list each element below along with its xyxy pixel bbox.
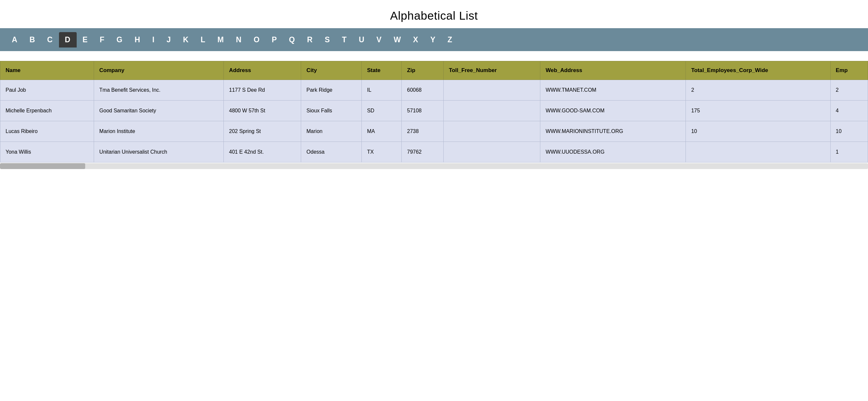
alpha-nav-item-s[interactable]: S bbox=[319, 32, 336, 48]
table-row: Paul JobTma Benefit Services, Inc.1177 S… bbox=[0, 80, 868, 100]
col-header-web_address: Web_Address bbox=[540, 61, 686, 80]
cell-total_employees_corp_wide bbox=[686, 142, 830, 162]
cell-address: 1177 S Dee Rd bbox=[224, 80, 301, 100]
cell-city: Odessa bbox=[301, 142, 362, 162]
alpha-nav-item-p[interactable]: P bbox=[266, 32, 283, 48]
cell-state: IL bbox=[362, 80, 402, 100]
cell-zip: 60068 bbox=[402, 80, 444, 100]
cell-emp: 1 bbox=[830, 142, 868, 162]
cell-city: Sioux Falls bbox=[301, 100, 362, 121]
cell-zip: 79762 bbox=[402, 142, 444, 162]
alpha-nav-item-t[interactable]: T bbox=[336, 32, 353, 48]
col-header-total_employees_corp_wide: Total_Employees_Corp_Wide bbox=[686, 61, 830, 80]
col-header-name: Name bbox=[0, 61, 94, 80]
col-header-zip: Zip bbox=[402, 61, 444, 80]
cell-state: TX bbox=[362, 142, 402, 162]
cell-company: Tma Benefit Services, Inc. bbox=[94, 80, 224, 100]
cell-web_address: WWW.TMANET.COM bbox=[540, 80, 686, 100]
cell-address: 401 E 42nd St. bbox=[224, 142, 301, 162]
cell-city: Park Ridge bbox=[301, 80, 362, 100]
scrollbar-thumb[interactable] bbox=[0, 163, 85, 169]
cell-web_address: WWW.MARIONINSTITUTE.ORG bbox=[540, 121, 686, 142]
alpha-nav-item-l[interactable]: L bbox=[195, 32, 211, 48]
cell-emp: 4 bbox=[830, 100, 868, 121]
alpha-nav-item-d[interactable]: D bbox=[59, 32, 77, 48]
alpha-nav-item-f[interactable]: F bbox=[94, 32, 111, 48]
cell-address: 4800 W 57th St bbox=[224, 100, 301, 121]
cell-name: Michelle Erpenbach bbox=[0, 100, 94, 121]
alpha-nav-item-x[interactable]: X bbox=[407, 32, 425, 48]
alpha-nav-item-j[interactable]: J bbox=[160, 32, 177, 48]
alpha-nav-item-v[interactable]: V bbox=[371, 32, 388, 48]
cell-company: Marion Institute bbox=[94, 121, 224, 142]
col-header-state: State bbox=[362, 61, 402, 80]
page-title: Alphabetical List bbox=[0, 0, 868, 28]
cell-toll_free_number bbox=[444, 100, 540, 121]
table-header: NameCompanyAddressCityStateZipToll_Free_… bbox=[0, 61, 868, 80]
alpha-nav-item-n[interactable]: N bbox=[230, 32, 248, 48]
alpha-nav-item-h[interactable]: H bbox=[129, 32, 147, 48]
alpha-nav-item-r[interactable]: R bbox=[301, 32, 319, 48]
alpha-nav-item-g[interactable]: G bbox=[111, 32, 129, 48]
cell-name: Lucas Ribeiro bbox=[0, 121, 94, 142]
cell-web_address: WWW.GOOD-SAM.COM bbox=[540, 100, 686, 121]
alpha-nav: ABCDEFGHIJKLMNOPQRSTUVWXYZ bbox=[0, 28, 868, 51]
cell-name: Paul Job bbox=[0, 80, 94, 100]
table-row: Yona WillisUnitarian Universalist Church… bbox=[0, 142, 868, 162]
cell-web_address: WWW.UUODESSA.ORG bbox=[540, 142, 686, 162]
alpha-nav-item-k[interactable]: K bbox=[177, 32, 195, 48]
cell-city: Marion bbox=[301, 121, 362, 142]
alpha-nav-item-u[interactable]: U bbox=[353, 32, 371, 48]
col-header-address: Address bbox=[224, 61, 301, 80]
horizontal-scrollbar[interactable] bbox=[0, 163, 868, 169]
cell-address: 202 Spring St bbox=[224, 121, 301, 142]
alpha-nav-item-m[interactable]: M bbox=[212, 32, 230, 48]
col-header-emp: Emp bbox=[830, 61, 868, 80]
cell-state: SD bbox=[362, 100, 402, 121]
table-container: NameCompanyAddressCityStateZipToll_Free_… bbox=[0, 51, 868, 169]
alpha-nav-item-y[interactable]: Y bbox=[424, 32, 442, 48]
data-table: NameCompanyAddressCityStateZipToll_Free_… bbox=[0, 61, 868, 162]
cell-toll_free_number bbox=[444, 121, 540, 142]
cell-emp: 10 bbox=[830, 121, 868, 142]
table-row: Lucas RibeiroMarion Institute202 Spring … bbox=[0, 121, 868, 142]
col-header-city: City bbox=[301, 61, 362, 80]
alpha-nav-item-b[interactable]: B bbox=[24, 32, 41, 48]
cell-total_employees_corp_wide: 10 bbox=[686, 121, 830, 142]
cell-zip: 57108 bbox=[402, 100, 444, 121]
cell-toll_free_number bbox=[444, 142, 540, 162]
alpha-nav-item-o[interactable]: O bbox=[248, 32, 266, 48]
alpha-nav-item-a[interactable]: A bbox=[6, 32, 24, 48]
cell-emp: 2 bbox=[830, 80, 868, 100]
alpha-nav-item-c[interactable]: C bbox=[41, 32, 59, 48]
cell-toll_free_number bbox=[444, 80, 540, 100]
alpha-nav-item-w[interactable]: W bbox=[388, 32, 407, 48]
cell-total_employees_corp_wide: 175 bbox=[686, 100, 830, 121]
alpha-nav-item-z[interactable]: Z bbox=[442, 32, 458, 48]
table-body: Paul JobTma Benefit Services, Inc.1177 S… bbox=[0, 80, 868, 162]
alpha-nav-item-q[interactable]: Q bbox=[283, 32, 301, 48]
table-row: Michelle ErpenbachGood Samaritan Society… bbox=[0, 100, 868, 121]
col-header-toll_free_number: Toll_Free_Number bbox=[444, 61, 540, 80]
cell-name: Yona Willis bbox=[0, 142, 94, 162]
cell-total_employees_corp_wide: 2 bbox=[686, 80, 830, 100]
alpha-nav-item-i[interactable]: I bbox=[147, 32, 161, 48]
col-header-company: Company bbox=[94, 61, 224, 80]
cell-company: Unitarian Universalist Church bbox=[94, 142, 224, 162]
cell-company: Good Samaritan Society bbox=[94, 100, 224, 121]
alpha-nav-item-e[interactable]: E bbox=[77, 32, 94, 48]
cell-zip: 2738 bbox=[402, 121, 444, 142]
cell-state: MA bbox=[362, 121, 402, 142]
